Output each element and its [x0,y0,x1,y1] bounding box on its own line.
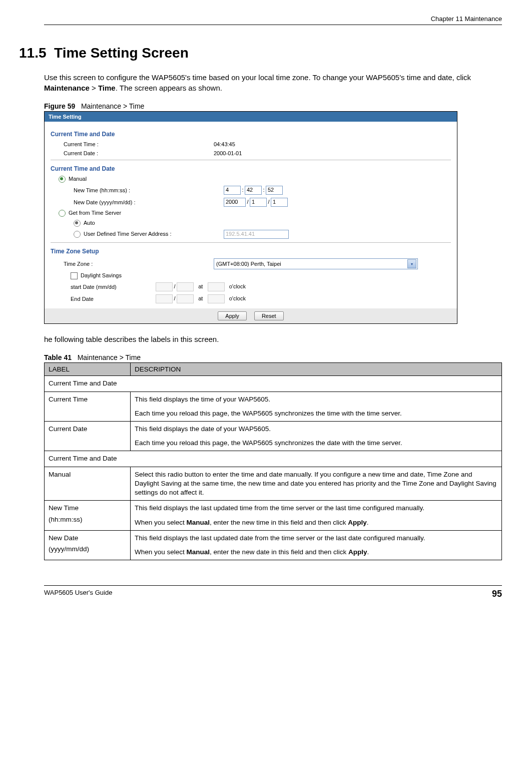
panel-title: Time Setting [45,112,457,122]
col-header-description: DESCRIPTION [131,363,502,376]
input-mm[interactable]: 42 [245,186,262,195]
page-footer: WAP5605 User's Guide 95 [44,585,502,599]
checkbox-daylight-row[interactable]: Daylight Savings [51,272,221,279]
radio-user-defined-row[interactable]: User Defined Time Server Address : [51,231,224,238]
divider [51,160,451,160]
table-cell-label: New Time (hh:mm:ss) [45,501,131,530]
footer-guide: WAP5605 User's Guide [44,589,112,599]
input-start-dd[interactable] [177,282,194,291]
table-cell-label: Current Date [45,422,131,451]
select-time-zone[interactable]: (GMT+08:00) Perth, Taipei ▾ [214,258,418,269]
intro-paragraph: Use this screen to configure the WAP5605… [44,72,502,93]
table-cell-label: Manual [45,467,131,501]
radio-manual-row[interactable]: Manual [51,176,209,183]
radio-get-server[interactable] [59,210,66,217]
radio-get-server-row[interactable]: Get from Time Server [51,210,209,217]
screenshot-time-setting: Time Setting Current Time and Date Curre… [44,111,457,324]
input-server-ip[interactable]: 192.5.41.41 [224,230,289,239]
section-heading: 11.5 Time Setting Screen [19,45,502,61]
value-current-date: 2000-01-01 [214,150,451,156]
input-ss[interactable]: 52 [266,186,283,195]
input-hh[interactable]: 4 [224,186,241,195]
table-cell-desc: This field displays the last updated dat… [131,530,502,560]
col-header-label: LABEL [45,363,131,376]
figure-caption: Figure 59 Maintenance > Time [44,102,502,110]
radio-auto[interactable] [74,220,81,227]
apply-button[interactable]: Apply [218,311,247,320]
chapter-header: Chapter 11 Maintenance [44,15,502,25]
table-section-header: Current Time and Date [45,451,502,467]
table-cell-desc: This field displays the time of your WAP… [131,392,502,421]
input-end-mm[interactable] [156,294,173,303]
page-number: 95 [492,589,502,599]
section-title-text: Time Setting Screen [54,45,189,61]
table-cell-label: New Date (yyyy/mm/dd) [45,530,131,560]
group-current-time-date-2: Current Time and Date [51,165,451,172]
input-end-dd[interactable] [177,294,194,303]
group-current-time-date: Current Time and Date [51,131,451,138]
chevron-down-icon[interactable]: ▾ [407,259,416,268]
label-time-zone: Time Zone : [51,261,214,267]
radio-auto-row[interactable]: Auto [51,220,224,227]
label-current-date: Current Date : [51,150,214,156]
section-number: 11.5 [19,45,47,61]
input-month[interactable]: 1 [250,198,267,207]
table-intro: he following table describes the labels … [44,334,502,344]
description-table: LABEL DESCRIPTION Current Time and Date … [44,362,502,560]
radio-user-defined[interactable] [74,231,81,238]
table-cell-label: Current Time [45,392,131,421]
label-end-date: End Date [51,296,156,302]
table-caption: Table 41 Maintenance > Time [44,353,502,361]
group-time-zone: Time Zone Setup [51,248,451,255]
radio-manual[interactable] [59,176,66,183]
label-new-time: New Time (hh:mm:ss) : [51,187,224,193]
input-end-hour[interactable] [208,294,225,303]
value-current-time: 04:43:45 [214,141,451,147]
input-day[interactable]: 1 [271,198,288,207]
reset-button[interactable]: Reset [254,311,284,320]
label-current-time: Current Time : [51,141,214,147]
table-cell-desc: This field displays the date of your WAP… [131,422,502,451]
input-yyyy[interactable]: 2000 [224,198,246,207]
input-start-hour[interactable] [208,282,225,291]
table-cell-desc: This field displays the last updated tim… [131,501,502,530]
label-new-date: New Date (yyyy/mm/dd) : [51,199,224,205]
label-start-date: start Date (mm/dd) [51,284,156,290]
input-start-mm[interactable] [156,282,173,291]
divider [51,242,451,243]
checkbox-daylight[interactable] [71,272,78,279]
table-cell-desc: Select this radio button to enter the ti… [131,467,502,501]
table-section-header: Current Time and Date [45,376,502,392]
